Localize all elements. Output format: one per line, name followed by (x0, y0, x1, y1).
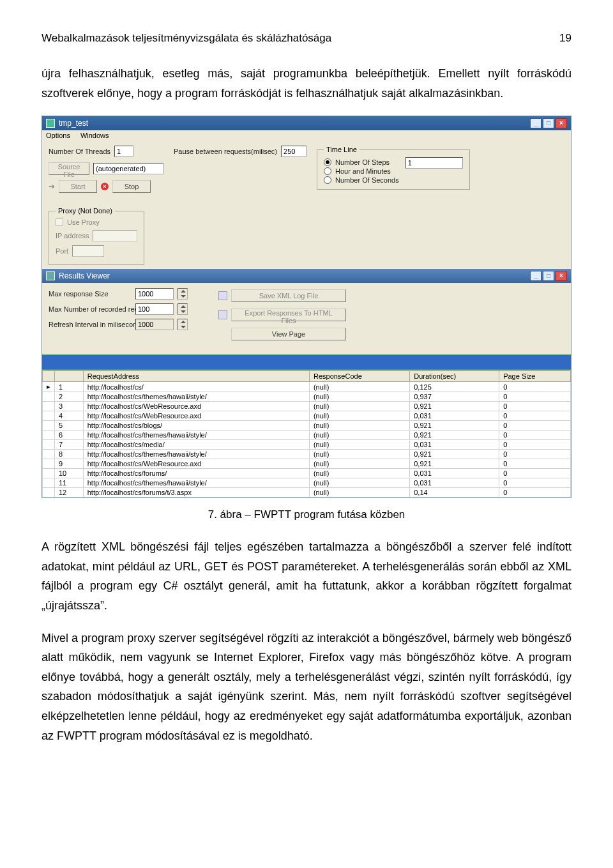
cell-response-code: (null) (309, 459, 409, 469)
cell-index: 9 (55, 459, 84, 469)
cell-duration: 0,125 (410, 382, 499, 392)
save-xml-button[interactable]: Save XML Log File (231, 289, 346, 302)
refresh-label: Refresh Interval in miliseconds (49, 321, 132, 328)
spinner-icon-2[interactable] (178, 303, 188, 315)
col-page-size[interactable]: Page Size (499, 371, 571, 382)
cell-address: http://localhost/cs/themes/hawaii/style/ (83, 392, 309, 402)
spinner-icon[interactable] (178, 288, 188, 300)
ip-label: IP address (56, 232, 89, 240)
cell-page-size: 0 (499, 421, 571, 430)
ip-input[interactable] (93, 230, 137, 241)
menu-windows[interactable]: Windows (80, 132, 109, 139)
cell-duration: 0,921 (410, 402, 499, 411)
cell-duration: 0,921 (410, 459, 499, 469)
stop-icon: × (101, 183, 109, 190)
proxy-legend: Proxy (Not Done) (56, 207, 115, 215)
menu-options[interactable]: Options (46, 132, 70, 139)
results-maximize-icon[interactable]: □ (543, 271, 554, 281)
cell-page-size: 0 (499, 392, 571, 402)
cell-response-code: (null) (309, 469, 409, 478)
results-close-icon[interactable]: × (556, 271, 567, 281)
use-proxy-checkbox[interactable] (56, 218, 63, 226)
table-row[interactable]: 9http://localhost/cs/WebResource.axd(nul… (43, 459, 571, 469)
view-page-button[interactable]: View Page (231, 328, 346, 340)
start-button[interactable]: Start (59, 180, 97, 193)
arrow-icon: ➔ (49, 182, 55, 191)
cell-page-size: 0 (499, 459, 571, 469)
refresh-input[interactable] (135, 319, 174, 330)
paragraph-3: Mivel a program proxy szerver segítségév… (42, 628, 571, 746)
threads-input[interactable] (114, 146, 133, 157)
timeline-value-input[interactable] (405, 157, 463, 169)
cell-address: http://localhost/cs/WebResource.axd (83, 402, 309, 411)
cell-duration: 0,937 (410, 392, 499, 402)
cell-page-size: 0 (499, 411, 571, 421)
table-row[interactable]: 8http://localhost/cs/themes/hawaii/style… (43, 450, 571, 459)
table-row[interactable]: ▸1http://localhost/cs/(null)0,1250 (43, 382, 571, 392)
source-file-input[interactable] (93, 163, 163, 174)
table-row[interactable]: 11http://localhost/cs/themes/hawaii/styl… (43, 478, 571, 488)
max-rec-input[interactable] (135, 303, 174, 315)
stop-button[interactable]: Stop (112, 180, 151, 193)
cell-address: http://localhost/cs/forums/t/3.aspx (83, 488, 309, 498)
radio-steps[interactable] (324, 158, 331, 166)
row-pointer (43, 440, 55, 450)
table-row[interactable]: 2http://localhost/cs/themes/hawaii/style… (43, 392, 571, 402)
cell-index: 8 (55, 450, 84, 459)
page-header-title: Webalkalmazások teljesítményvizsgálata é… (42, 32, 331, 45)
table-row[interactable]: 5http://localhost/cs/blogs/(null)0,9210 (43, 421, 571, 430)
table-row[interactable]: 6http://localhost/cs/themes/hawaii/style… (43, 430, 571, 440)
pause-input[interactable] (281, 146, 306, 157)
cell-index: 3 (55, 402, 84, 411)
close-icon[interactable]: × (556, 118, 567, 128)
radio-hour-min[interactable] (324, 167, 331, 175)
cell-address: http://localhost/cs/themes/hawaii/style/ (83, 450, 309, 459)
page-header: Webalkalmazások teljesítményvizsgálata é… (42, 32, 571, 45)
cell-index: 2 (55, 392, 84, 402)
cell-page-size: 0 (499, 440, 571, 450)
cell-duration: 0,921 (410, 421, 499, 430)
results-table: RequestAddress ResponseCode Duration(sec… (42, 370, 571, 498)
col-index[interactable] (55, 371, 84, 382)
row-pointer (43, 411, 55, 421)
app-screenshot: tmp_test _ □ × Options Windows Number Of… (42, 116, 571, 498)
table-row[interactable]: 10http://localhost/cs/forums/(null)0,031… (43, 469, 571, 478)
paragraph-1: újra felhasználhatjuk, esetleg más, sajá… (42, 64, 571, 103)
cell-page-size: 0 (499, 488, 571, 498)
cell-index: 5 (55, 421, 84, 430)
grid-top-bar (42, 354, 571, 370)
cell-address: http://localhost/cs/blogs/ (83, 421, 309, 430)
cell-index: 12 (55, 488, 84, 498)
table-row[interactable]: 4http://localhost/cs/WebResource.axd(nul… (43, 411, 571, 421)
source-file-button[interactable]: Source File (49, 162, 89, 175)
col-response-code[interactable]: ResponseCode (309, 371, 409, 382)
row-pointer (43, 459, 55, 469)
cell-index: 11 (55, 478, 84, 488)
row-pointer (43, 402, 55, 411)
row-pointer (43, 478, 55, 488)
table-row[interactable]: 3http://localhost/cs/WebResource.axd(nul… (43, 402, 571, 411)
cell-response-code: (null) (309, 440, 409, 450)
port-input[interactable] (72, 245, 104, 257)
col-address[interactable]: RequestAddress (83, 371, 309, 382)
cell-response-code: (null) (309, 402, 409, 411)
cell-duration: 0,921 (410, 430, 499, 440)
maximize-icon[interactable]: □ (543, 118, 554, 128)
results-minimize-icon[interactable]: _ (530, 271, 541, 281)
table-row[interactable]: 7http://localhost/cs/media/(null)0,0310 (43, 440, 571, 450)
use-proxy-label: Use Proxy (67, 218, 100, 226)
minimize-icon[interactable]: _ (530, 118, 541, 128)
table-row[interactable]: 12http://localhost/cs/forums/t/3.aspx(nu… (43, 488, 571, 498)
radio-seconds[interactable] (324, 176, 331, 184)
cell-duration: 0,031 (410, 478, 499, 488)
export-html-button[interactable]: Export Responses To HTML Files (231, 308, 346, 321)
paragraph-2: A rögzített XML böngészési fájl teljes e… (42, 537, 571, 615)
cell-address: http://localhost/cs/WebResource.axd (83, 459, 309, 469)
max-resp-input[interactable] (135, 288, 174, 300)
timeline-group: Time Line Number Of Steps Hour and Minut… (317, 146, 470, 190)
document-icon (218, 291, 227, 300)
spinner-icon-3[interactable] (178, 319, 188, 330)
col-duration[interactable]: Duration(sec) (410, 371, 499, 382)
threads-label: Number Of Threads (49, 148, 110, 155)
results-title: Results Viewer (59, 271, 110, 280)
